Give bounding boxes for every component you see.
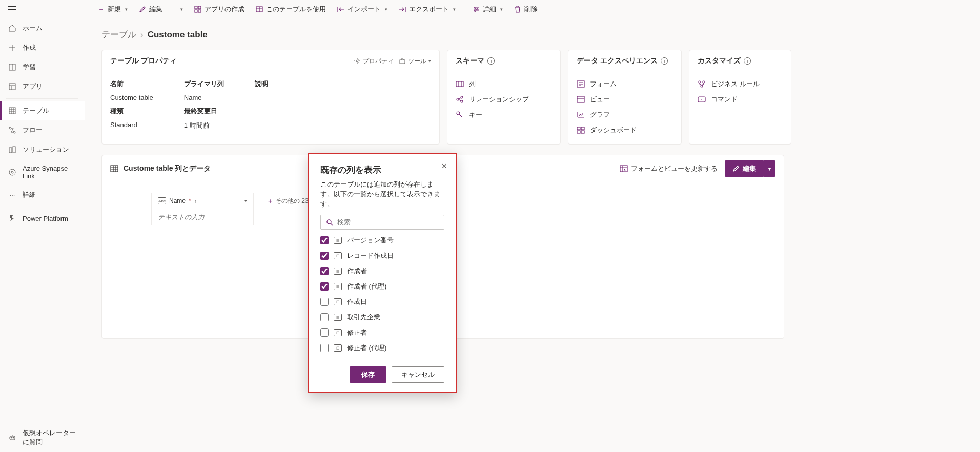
sidebar-item-label: ソリューション xyxy=(23,145,69,154)
powerplatform-icon xyxy=(8,214,16,222)
new-row-input-cell[interactable] xyxy=(151,209,254,225)
column-check-row[interactable]: ⊞作成者 (代理) xyxy=(320,282,442,291)
card-title: スキーマ xyxy=(456,56,484,66)
sidebar-item-powerplatform[interactable]: Power Platform xyxy=(0,209,85,228)
show-existing-columns-panel: ✕ 既存の列を表示 このテーブルには追加の列が存在します。以下の一覧から選択して… xyxy=(310,155,455,391)
info-icon[interactable]: i xyxy=(661,57,668,65)
data-views-link[interactable]: ビュー xyxy=(577,95,673,104)
column-check-row[interactable]: ⊞バージョン番号 xyxy=(320,236,442,245)
table-icon xyxy=(256,6,263,13)
close-button[interactable]: ✕ xyxy=(441,162,447,170)
sidebar-item-apps[interactable]: アプリ xyxy=(0,77,85,96)
column-checkbox[interactable] xyxy=(320,344,329,352)
chevron-down-icon: ▾ xyxy=(500,7,503,12)
schema-keys-link[interactable]: キー xyxy=(456,110,552,119)
card-title: テーブル プロパティ xyxy=(110,56,177,66)
edit-split-chevron[interactable]: ▾ xyxy=(175,5,187,14)
export-button[interactable]: エクスポート ▾ xyxy=(395,3,460,16)
cancel-button[interactable]: キャンセル xyxy=(392,366,444,383)
column-check-row[interactable]: ⊞作成者 xyxy=(320,266,442,276)
sidebar-item-label: 学習 xyxy=(23,63,36,72)
tools-action[interactable]: ツール ▾ xyxy=(399,57,431,66)
column-checkbox[interactable] xyxy=(320,298,329,306)
new-button[interactable]: ＋ 新規 ▾ xyxy=(93,3,132,16)
info-icon[interactable]: i xyxy=(487,57,495,65)
edit-primary-button[interactable]: 編集 xyxy=(725,160,764,177)
sidebar-item-synapse[interactable]: Azure Synapse Link xyxy=(0,159,85,185)
tb-label: 削除 xyxy=(524,5,538,14)
schema-relationships-link[interactable]: リレーションシップ xyxy=(456,95,552,104)
hamburger-icon xyxy=(8,6,16,12)
svg-point-20 xyxy=(356,60,358,62)
sidebar-item-learn[interactable]: 学習 xyxy=(0,57,85,77)
create-app-button[interactable]: アプリの作成 xyxy=(190,3,249,16)
edit-button[interactable]: 編集 xyxy=(135,3,167,16)
chevron-down-icon: ▾ xyxy=(428,58,431,64)
column-checklist[interactable]: ⊞バージョン番号⊞レコード作成日⊞作成者⊞作成者 (代理)⊞作成日⊞取引先企業⊞… xyxy=(320,236,444,354)
settings-icon xyxy=(473,6,480,13)
column-check-row[interactable]: ⊞修正者 xyxy=(320,328,442,337)
svg-point-8 xyxy=(11,171,13,173)
delete-button[interactable]: 削除 xyxy=(510,3,542,16)
popup-title: 既存の列を表示 xyxy=(320,164,444,176)
gear-icon xyxy=(354,57,361,65)
tb-label: インポート xyxy=(348,5,381,14)
svg-point-25 xyxy=(461,100,463,102)
save-button[interactable]: 保存 xyxy=(350,366,386,383)
column-check-row[interactable]: ⊞作成日 xyxy=(320,297,442,306)
sidebar-item-chatbot[interactable]: 仮想オペレーターに質問 xyxy=(0,423,85,452)
edit-split-chevron[interactable]: ▾ xyxy=(764,160,775,177)
prop-label-name: 名前 xyxy=(110,79,153,89)
column-check-row[interactable]: ⊞修正者 (代理) xyxy=(320,343,442,353)
column-label: 取引先企業 xyxy=(347,313,380,322)
sidebar-item-more[interactable]: ··· 詳細 xyxy=(0,185,85,204)
properties-action[interactable]: プロパティ xyxy=(354,57,394,66)
card-data-experience: データ エクスペリエンス i フォーム ビュー xyxy=(568,50,682,145)
svg-rect-15 xyxy=(198,10,201,12)
edit-split-button: 編集 ▾ xyxy=(725,160,775,177)
column-checkbox[interactable] xyxy=(320,267,329,275)
use-table-button[interactable]: このテーブルを使用 xyxy=(252,3,330,16)
refresh-icon xyxy=(620,165,628,172)
column-type-icon: ⊞ xyxy=(334,344,342,352)
custom-rules-link[interactable]: ビジネス ルール xyxy=(698,79,783,89)
new-row-input[interactable] xyxy=(158,213,247,221)
column-label: 修正者 (代理) xyxy=(347,343,386,353)
column-check-row[interactable]: ⊞レコード作成日 xyxy=(320,251,442,260)
search-input[interactable] xyxy=(337,218,439,226)
column-header-name[interactable]: Abc Name* ↑ ▾ xyxy=(151,193,254,209)
svg-rect-2 xyxy=(9,108,15,114)
import-button[interactable]: インポート ▾ xyxy=(333,3,392,16)
column-checkbox[interactable] xyxy=(320,282,329,291)
hamburger-button[interactable] xyxy=(0,0,85,18)
column-check-row[interactable]: ⊞取引先企業 xyxy=(320,313,442,322)
custom-commands-link[interactable]: コマンド xyxy=(698,95,783,104)
schema-columns-link[interactable]: 列 xyxy=(456,79,552,89)
sidebar-item-create[interactable]: 作成 xyxy=(0,38,85,57)
card-header: カスタマイズ i xyxy=(689,50,791,72)
breadcrumb-root[interactable]: テーブル xyxy=(101,29,136,40)
prop-value-name: Custome table xyxy=(110,94,153,101)
sort-asc-icon: ↑ xyxy=(194,198,197,204)
column-checkbox[interactable] xyxy=(320,313,329,321)
search-field[interactable] xyxy=(320,215,444,230)
column-checkbox[interactable] xyxy=(320,328,329,337)
column-checkbox[interactable] xyxy=(320,252,329,260)
sidebar-item-solutions[interactable]: ソリューション xyxy=(0,140,85,159)
column-checkbox[interactable] xyxy=(320,236,329,244)
sidebar-item-flows[interactable]: フロー xyxy=(0,120,85,140)
chevron-down-icon: ▾ xyxy=(125,7,128,12)
update-forms-views-link[interactable]: フォームとビューを更新する xyxy=(620,164,718,173)
data-charts-link[interactable]: グラフ xyxy=(577,110,673,119)
svg-point-39 xyxy=(327,220,331,224)
svg-point-3 xyxy=(9,127,11,129)
card-header: テーブル プロパティ プロパティ ツール ▾ xyxy=(102,50,439,72)
sidebar-item-tables[interactable]: テーブル xyxy=(0,101,85,120)
data-dashboards-link[interactable]: ダッシュボード xyxy=(577,126,673,135)
sidebar-item-home[interactable]: ホーム xyxy=(0,18,85,38)
data-forms-link[interactable]: フォーム xyxy=(577,79,673,89)
details-button[interactable]: 詳細 ▾ xyxy=(468,3,507,16)
svg-rect-32 xyxy=(581,131,584,133)
info-icon[interactable]: i xyxy=(744,57,751,65)
svg-point-23 xyxy=(457,98,459,100)
